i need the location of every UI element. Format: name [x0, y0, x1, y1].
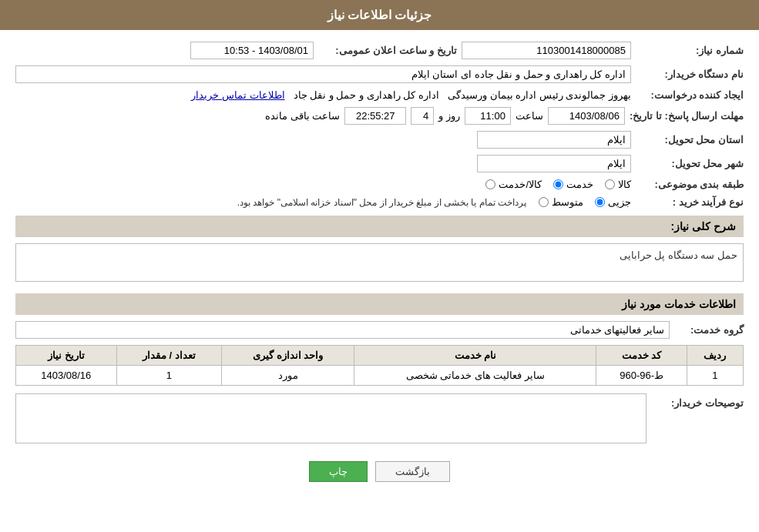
tabaghe-radio-group: کالا خدمت کالا/خدمت — [485, 179, 631, 190]
print-button[interactable]: چاپ — [309, 461, 368, 482]
tarix-saat-value: 1403/08/01 - 10:53 — [190, 42, 314, 59]
tarix-saat-label: تاریخ و ساعت اعلان عمومی: — [318, 45, 457, 56]
sharh-koli-label: شرح کلی نیاز: — [671, 220, 736, 233]
shahr-label: شهر محل تحویل: — [636, 158, 744, 169]
cell-tedad: 1 — [116, 366, 222, 386]
col-nam: نام خدمت — [354, 346, 596, 366]
ijad-kanande-name: بهروز جمالوندی رئیس اداره بیمان ورسیدگی — [448, 89, 631, 101]
services-table-body: 1 ط-96-960 سایر فعالیت های خدماتی شخصی م… — [16, 366, 744, 386]
shomare-niaz-label: شماره نیاز: — [636, 45, 744, 56]
ijad-kanande-label: ایجاد کننده درخواست: — [636, 89, 744, 101]
nov-jozei-item: جزیی — [595, 196, 631, 208]
nov-farayand-note: پرداخت تمام یا بخشی از مبلغ خریدار از مح… — [237, 197, 526, 208]
tabaghe-kala-label: کالا — [618, 179, 631, 190]
tabaghe-kalakhedmat-label: کالا/خدمت — [499, 179, 542, 190]
tabaghe-row: طبقه بندی موضوعی: کالا خدمت کالا/خدمت — [15, 179, 744, 190]
ostan-label: استان محل تحویل: — [636, 134, 744, 146]
tosif-wrapper — [15, 393, 646, 446]
sharh-koli-header: شرح کلی نیاز: — [15, 216, 744, 237]
saat-label: ساعت — [516, 110, 543, 122]
content-area: شماره نیاز: 1103001418000085 تاریخ و ساع… — [0, 30, 759, 509]
cell-kod: ط-96-960 — [596, 366, 687, 386]
tabaghe-kala-radio[interactable] — [605, 179, 615, 189]
col-kod: کد خدمت — [596, 346, 687, 366]
tabaghe-khedmat-label: خدمت — [566, 179, 593, 190]
shahr-value: ایلام — [477, 155, 631, 172]
ijad-kanande-org: اداره کل راهداری و حمل و نقل جاد — [294, 89, 439, 101]
mohlat-date: 1403/08/06 — [548, 107, 625, 125]
shahr-row: شهر محل تحویل: ایلام — [15, 155, 744, 172]
tabaghe-kalakhedmat-radio[interactable] — [485, 179, 495, 189]
nov-motavaset-item: متوسط — [539, 196, 583, 208]
button-row: بازگشت چاپ — [15, 461, 744, 497]
cell-tarikh: 1403/08/16 — [16, 366, 117, 386]
cell-vahed: مورد — [222, 366, 354, 386]
tabaghe-khedmat-radio[interactable] — [553, 179, 563, 189]
tabaghe-label: طبقه بندی موضوعی: — [636, 179, 744, 190]
cell-nam: سایر فعالیت های خدماتی شخصی — [354, 366, 596, 386]
goroh-value: سایر فعالیتهای خدماتی — [15, 321, 670, 339]
saat-baqi-label: ساعت باقی مانده — [265, 110, 340, 122]
mohlat-saat: 11:00 — [465, 107, 511, 125]
nov-motavaset-radio[interactable] — [539, 197, 549, 207]
cell-radif: 1 — [687, 366, 743, 386]
col-tedad: تعداد / مقدار — [116, 346, 222, 366]
nov-farayand-row: نوع فرآیند خرید : جزیی متوسط پرداخت تمام… — [15, 196, 744, 208]
back-button[interactable]: بازگشت — [375, 461, 450, 482]
roz-label: روز و — [438, 110, 460, 122]
sharh-koli-wrapper: حمل سه دستگاه پل حرابایی — [15, 243, 744, 286]
tosif-label: توصیحات خریدار: — [651, 393, 744, 409]
services-table-section: ردیف کد خدمت نام خدمت واحد اندازه گیری ت… — [15, 345, 744, 386]
nov-farayand-radio-group: جزیی متوسط — [539, 196, 631, 208]
mohlat-label: مهلت ارسال پاسخ: تا تاریخ: — [630, 110, 744, 122]
page-wrapper: جزئیات اطلاعات نیاز شماره نیاز: 11030014… — [0, 0, 759, 532]
col-vahed: واحد اندازه گیری — [222, 346, 354, 366]
table-header-row: ردیف کد خدمت نام خدمت واحد اندازه گیری ت… — [16, 346, 744, 366]
shomare-niaz-row: شماره نیاز: 1103001418000085 تاریخ و ساع… — [15, 42, 744, 59]
nam-dastgah-row: نام دستگاه خریدار: اداره کل راهداری و حم… — [15, 65, 744, 83]
sharh-koli-row: حمل سه دستگاه پل حرابایی — [15, 243, 744, 286]
services-table: ردیف کد خدمت نام خدمت واحد اندازه گیری ت… — [15, 345, 744, 386]
nam-dastgah-label: نام دستگاه خریدار: — [636, 69, 744, 80]
col-radif: ردیف — [687, 346, 743, 366]
mohlat-roz: 4 — [411, 107, 434, 125]
khadamat-header-text: اطلاعات خدمات مورد نیاز — [622, 298, 736, 310]
nov-farayand-label: نوع فرآیند خرید : — [636, 196, 744, 208]
goroh-row: گروه خدمت: سایر فعالیتهای خدماتی — [15, 321, 744, 339]
sharh-koli-text: حمل سه دستگاه پل حرابایی — [620, 249, 737, 261]
col-tarikh: تاریخ نیاز — [16, 346, 117, 366]
tabaghe-khedmat-item: خدمت — [553, 179, 593, 190]
shomare-niaz-value: 1103001418000085 — [462, 42, 631, 59]
nov-jozei-radio[interactable] — [595, 197, 605, 207]
tosif-row: توصیحات خریدار: — [15, 393, 744, 446]
page-header: جزئیات اطلاعات نیاز — [0, 0, 759, 30]
nov-jozei-label: جزیی — [608, 196, 631, 208]
ostan-row: استان محل تحویل: ایلام — [15, 131, 744, 149]
ostan-value: ایلام — [477, 131, 631, 149]
tosif-textarea[interactable] — [15, 393, 646, 443]
table-row: 1 ط-96-960 سایر فعالیت های خدماتی شخصی م… — [16, 366, 744, 386]
nov-motavaset-label: متوسط — [552, 196, 583, 208]
page-title: جزئیات اطلاعات نیاز — [327, 8, 432, 22]
goroh-label: گروه خدمت: — [674, 324, 744, 336]
ijad-kanande-link[interactable]: اطلاعات تماس خریدار — [191, 89, 284, 101]
mohlat-row: مهلت ارسال پاسخ: تا تاریخ: 1403/08/06 سا… — [15, 107, 744, 125]
nam-dastgah-value: اداره کل راهداری و حمل و نقل جاده ای است… — [15, 65, 631, 83]
tabaghe-kalakhedmat-item: کالا/خدمت — [485, 179, 542, 190]
baqi-mande-timer: 22:55:27 — [344, 107, 406, 125]
khadamat-header: اطلاعات خدمات مورد نیاز — [15, 293, 744, 315]
services-table-head: ردیف کد خدمت نام خدمت واحد اندازه گیری ت… — [16, 346, 744, 366]
ijad-kanande-row: ایجاد کننده درخواست: بهروز جمالوندی رئیس… — [15, 89, 744, 101]
tabaghe-kala-item: کالا — [605, 179, 631, 190]
